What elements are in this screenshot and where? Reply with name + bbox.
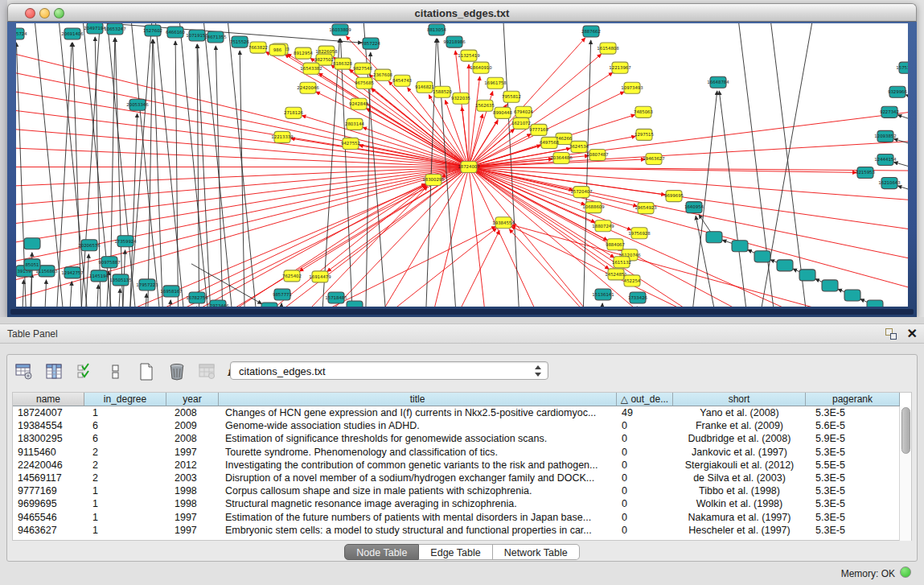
panel-splitter[interactable] bbox=[0, 317, 924, 324]
graph-node[interactable]: 1640954 bbox=[684, 202, 704, 213]
citation-edge[interactable] bbox=[441, 231, 499, 307]
graph-node[interactable]: 6497568 bbox=[540, 137, 560, 148]
graph-node[interactable]: 8454743 bbox=[392, 75, 412, 86]
graph-node[interactable]: 7515526 bbox=[230, 36, 250, 47]
graph-node[interactable]: 9857771 bbox=[273, 289, 292, 300]
graph-node[interactable]: 7663822 bbox=[248, 42, 268, 53]
graph-node[interactable]: 85051 bbox=[24, 259, 40, 270]
graph-node[interactable]: 17359924 bbox=[114, 236, 137, 247]
graph-node[interactable]: 18300295 bbox=[422, 175, 444, 186]
import-table-disabled-icon[interactable] bbox=[197, 362, 218, 381]
graph-node[interactable]: 9329966 bbox=[888, 86, 908, 97]
graph-node[interactable]: 16914479 bbox=[309, 271, 331, 282]
graph-node[interactable]: 1297515 bbox=[634, 129, 654, 140]
graph-node[interactable] bbox=[754, 251, 770, 262]
graph-node[interactable]: 13505135 bbox=[109, 274, 131, 286]
column-header-title[interactable]: title bbox=[219, 393, 617, 406]
graph-node[interactable]: 99218986 bbox=[443, 36, 466, 47]
graph-node[interactable]: 9675685 bbox=[355, 77, 374, 89]
table-row[interactable]: 911546021997Tourette syndrome. Phenomeno… bbox=[13, 446, 900, 459]
graph-node[interactable]: 1145194 bbox=[89, 270, 109, 282]
graph-edge[interactable] bbox=[117, 289, 120, 307]
graph-node[interactable]: 16033809 bbox=[329, 24, 351, 35]
graph-node[interactable]: 1621072 bbox=[511, 117, 531, 129]
column-header-name[interactable]: name bbox=[13, 393, 84, 406]
citation-edge[interactable] bbox=[512, 225, 875, 307]
column-header-in_degree[interactable]: in_degree bbox=[84, 393, 166, 406]
select-rows-icon[interactable] bbox=[75, 362, 96, 381]
graph-node[interactable]: 2367608 bbox=[373, 69, 393, 80]
graph-edge[interactable] bbox=[143, 294, 146, 307]
graph-node[interactable] bbox=[844, 290, 860, 301]
graph-node[interactable]: 9242848 bbox=[349, 98, 369, 109]
table-row[interactable]: 946362711997Embryonic stem cells: a mode… bbox=[13, 524, 900, 537]
graph-node[interactable]: 8990448 bbox=[493, 107, 513, 118]
graph-edge[interactable] bbox=[95, 285, 98, 307]
graph-edge[interactable] bbox=[199, 23, 236, 307]
graph-node[interactable]: 9884067 bbox=[606, 239, 625, 250]
graph-node[interactable]: 8215953 bbox=[856, 167, 875, 179]
delete-column-icon[interactable] bbox=[166, 362, 187, 381]
graph-node[interactable]: 18640910 bbox=[470, 62, 492, 73]
graph-node[interactable]: 3624534 bbox=[569, 141, 589, 152]
table-row[interactable]: 1938455462009Genome-wide association stu… bbox=[13, 419, 900, 432]
citation-edge[interactable] bbox=[359, 146, 469, 167]
graph-edge[interactable] bbox=[897, 186, 908, 200]
graph-edge[interactable] bbox=[21, 280, 24, 307]
citation-edge[interactable] bbox=[175, 185, 426, 307]
tab-network-table[interactable]: Network Table bbox=[493, 544, 580, 560]
graph-edge[interactable] bbox=[599, 303, 602, 307]
graph-node[interactable]: 15136141 bbox=[592, 289, 614, 300]
graph-node[interactable]: 90975887 bbox=[98, 257, 120, 268]
graph-node[interactable] bbox=[706, 232, 722, 243]
graph-node[interactable]: 20691406 bbox=[61, 28, 84, 39]
graph-node[interactable]: 2803144 bbox=[345, 118, 365, 130]
graph-node[interactable]: 8813054 bbox=[427, 24, 447, 35]
graph-node[interactable]: 19463627 bbox=[643, 153, 664, 164]
graph-node[interactable]: 6466160 bbox=[166, 27, 186, 38]
graph-node[interactable] bbox=[777, 260, 793, 271]
graph-node[interactable]: 14055724 bbox=[16, 28, 27, 39]
graph-node[interactable]: 16958167 bbox=[160, 286, 182, 297]
graph-edge[interactable] bbox=[55, 23, 91, 307]
graph-node[interactable]: 15720407 bbox=[570, 187, 592, 198]
create-column-icon[interactable] bbox=[136, 362, 157, 381]
graph-node[interactable]: 18724007 bbox=[458, 161, 479, 172]
graph-node[interactable]: 9427552 bbox=[341, 138, 360, 149]
graph-node[interactable]: 2718126 bbox=[284, 107, 304, 118]
graph-node[interactable]: 22420046 bbox=[297, 82, 319, 93]
graph-node[interactable]: 1733426 bbox=[628, 292, 648, 303]
graph-node[interactable]: 12093852 bbox=[874, 130, 896, 142]
table-mode-icon[interactable] bbox=[14, 362, 35, 381]
graph-node[interactable]: 12942757 bbox=[61, 267, 83, 278]
graph-edge[interactable] bbox=[147, 39, 153, 307]
graph-node[interactable]: 2887662 bbox=[581, 26, 601, 37]
graph-edge[interactable] bbox=[906, 95, 908, 106]
graph-node[interactable]: 9322035 bbox=[451, 93, 470, 104]
graph-edge[interactable] bbox=[151, 23, 187, 307]
graph-node[interactable]: 19384554 bbox=[492, 217, 515, 229]
graph-edge[interactable] bbox=[216, 46, 224, 307]
graph-node[interactable]: 1588520 bbox=[433, 86, 453, 97]
graph-node[interactable]: 7955812 bbox=[502, 91, 521, 102]
citation-edge[interactable] bbox=[291, 138, 469, 167]
graph-node[interactable]: 1527602 bbox=[143, 25, 162, 36]
graph-node[interactable]: 9827548 bbox=[353, 63, 373, 74]
tab-edge-table[interactable]: Edge Table bbox=[419, 544, 492, 560]
graph-node[interactable]: 10653247 bbox=[104, 23, 125, 35]
graph-node[interactable]: 16154808 bbox=[597, 43, 619, 54]
graph-node[interactable]: 12213339 bbox=[271, 131, 294, 142]
tab-node-table[interactable]: Node Table bbox=[344, 544, 419, 560]
memory-status-dot[interactable] bbox=[900, 566, 911, 578]
vertical-scrollbar[interactable] bbox=[899, 406, 911, 541]
scrollbar-thumb[interactable] bbox=[901, 407, 910, 454]
graph-edge[interactable] bbox=[68, 282, 72, 307]
graph-node[interactable]: 20497194 bbox=[84, 23, 106, 34]
graph-edge[interactable] bbox=[153, 39, 164, 307]
graph-node[interactable]: 11325419 bbox=[458, 50, 480, 61]
citation-edge[interactable] bbox=[425, 167, 469, 307]
citation-edge[interactable] bbox=[469, 167, 908, 300]
citation-edge[interactable] bbox=[469, 167, 875, 307]
graph-node[interactable]: 15751074 bbox=[896, 62, 908, 73]
window-titlebar[interactable]: citations_edges.txt bbox=[7, 3, 917, 22]
